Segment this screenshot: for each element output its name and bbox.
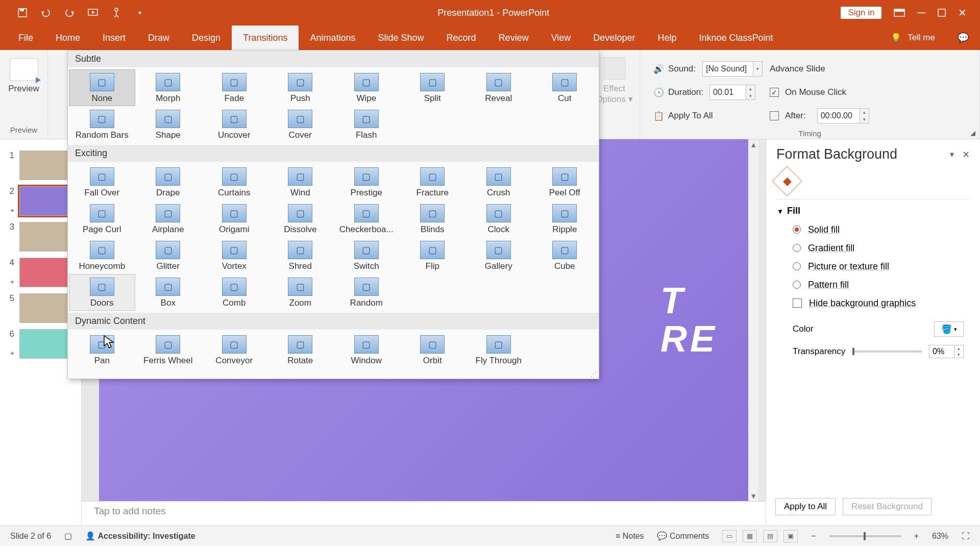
tab-developer[interactable]: Developer xyxy=(582,26,646,50)
sorter-view-icon[interactable]: ▦ xyxy=(743,530,757,542)
ribbon-display-icon[interactable] xyxy=(894,9,905,17)
duration-spinner[interactable]: ▴▾ xyxy=(746,85,755,100)
tab-view[interactable]: View xyxy=(540,26,582,50)
transparency-spinner[interactable]: ▴▾ xyxy=(954,345,964,358)
transition-page-curl[interactable]: ▢Page Curl xyxy=(69,201,135,237)
fill-color-picker[interactable]: 🪣▾ xyxy=(934,321,964,337)
transition-prestige[interactable]: ▢Prestige xyxy=(333,164,400,201)
transition-curtains[interactable]: ▢Curtains xyxy=(201,164,267,201)
notes-toggle[interactable]: ≡ Notes xyxy=(616,532,644,541)
fill-option-pattern-fill[interactable]: Pattern fill xyxy=(793,276,968,294)
slideshow-view-icon[interactable]: ▣ xyxy=(783,530,798,542)
transition-wipe[interactable]: ▢Wipe xyxy=(333,69,400,106)
transition-uncover[interactable]: ▢Uncover xyxy=(201,106,267,143)
transition-switch[interactable]: ▢Switch xyxy=(333,237,400,274)
normal-view-icon[interactable]: ▭ xyxy=(722,530,737,542)
transition-drape[interactable]: ▢Drape xyxy=(135,164,202,201)
section-icon[interactable]: ▢ xyxy=(64,531,72,541)
scroll-down-icon[interactable]: ▾ xyxy=(748,491,758,501)
transition-shape[interactable]: ▢Shape xyxy=(135,106,202,143)
close-icon[interactable]: ✕ xyxy=(958,7,967,19)
zoom-in-icon[interactable]: + xyxy=(914,532,919,541)
transition-blinds[interactable]: ▢Blinds xyxy=(400,201,466,237)
gallery-resize-handle[interactable]: ⋰ xyxy=(68,370,599,379)
transition-split[interactable]: ▢Split xyxy=(400,69,466,106)
after-time-spinner[interactable]: ▴▾ xyxy=(860,108,869,123)
undo-icon[interactable] xyxy=(40,7,52,19)
tab-draw[interactable]: Draw xyxy=(137,26,181,50)
effect-options-icon[interactable] xyxy=(603,57,626,80)
fit-to-window-icon[interactable]: ⛶ xyxy=(962,532,970,541)
transition-cut[interactable]: ▢Cut xyxy=(532,69,598,106)
transition-orbit[interactable]: ▢Orbit xyxy=(400,332,466,368)
transition-conveyor[interactable]: ▢Conveyor xyxy=(201,332,267,368)
zoom-out-icon[interactable]: − xyxy=(811,532,816,541)
preview-icon[interactable] xyxy=(10,58,38,81)
apply-to-all-button[interactable]: 📋 Apply To All xyxy=(653,111,713,121)
transition-shred[interactable]: ▢Shred xyxy=(267,237,334,274)
fill-option-picture-or-texture-fill[interactable]: Picture or texture fill xyxy=(793,257,968,276)
transitions-gallery[interactable]: Subtle▢None▢Morph▢Fade▢Push▢Wipe▢Split▢R… xyxy=(67,50,599,379)
transition-box[interactable]: ▢Box xyxy=(135,274,202,311)
after-checkbox[interactable] xyxy=(770,111,779,120)
minimize-icon[interactable]: ─ xyxy=(917,6,925,19)
transition-reveal[interactable]: ▢Reveal xyxy=(465,69,532,106)
sign-in-button[interactable]: Sign in xyxy=(841,7,881,19)
transition-ferris-wheel[interactable]: ▢Ferris Wheel xyxy=(135,332,202,368)
transition-fly-through[interactable]: ▢Fly Through xyxy=(465,332,532,368)
tab-inknoe-classpoint[interactable]: Inknoe ClassPoint xyxy=(688,26,784,50)
zoom-level[interactable]: 63% xyxy=(932,532,948,541)
maximize-icon[interactable] xyxy=(938,9,946,17)
save-icon[interactable] xyxy=(16,7,29,19)
transition-doors[interactable]: ▢Doors xyxy=(69,274,135,311)
apply-to-all-button[interactable]: Apply to All xyxy=(775,498,836,515)
touch-mode-icon[interactable] xyxy=(110,7,122,19)
tab-animations[interactable]: Animations xyxy=(299,26,366,50)
fill-section-header[interactable]: ▾ Fill xyxy=(778,202,968,220)
transition-flash[interactable]: ▢Flash xyxy=(333,106,400,143)
comments-toggle[interactable]: 💬 Comments xyxy=(657,531,709,541)
transition-cover[interactable]: ▢Cover xyxy=(267,106,334,143)
sound-select[interactable]: [No Sound] xyxy=(702,61,753,77)
transition-airplane[interactable]: ▢Airplane xyxy=(135,201,202,237)
tab-record[interactable]: Record xyxy=(435,26,487,50)
transition-random-bars[interactable]: ▢Random Bars xyxy=(69,106,135,143)
scroll-up-icon[interactable]: ▴ xyxy=(748,139,758,149)
transition-pan[interactable]: ▢Pan xyxy=(69,332,135,368)
pane-close-icon[interactable]: ✕ xyxy=(962,149,970,160)
transition-fade[interactable]: ▢Fade xyxy=(201,69,267,106)
tab-slide-show[interactable]: Slide Show xyxy=(367,26,435,50)
canvas-scrollbar[interactable]: ▴ ▾ xyxy=(748,139,758,501)
notes-pane[interactable]: Tap to add notes xyxy=(82,501,766,525)
customize-qat-icon[interactable]: ▾ xyxy=(134,7,146,19)
transition-origami[interactable]: ▢Origami xyxy=(201,201,267,237)
transition-fall-over[interactable]: ▢Fall Over xyxy=(69,164,135,201)
reading-view-icon[interactable]: ▤ xyxy=(763,530,777,542)
tab-insert[interactable]: Insert xyxy=(91,26,137,50)
transition-crush[interactable]: ▢Crush xyxy=(465,164,532,201)
transition-comb[interactable]: ▢Comb xyxy=(201,274,267,311)
transparency-slider[interactable] xyxy=(852,350,922,353)
hide-bg-graphics-checkbox[interactable] xyxy=(793,298,802,308)
duration-input[interactable]: 00.01 xyxy=(709,85,746,100)
comments-pane-icon[interactable]: 💬 xyxy=(946,26,980,50)
transition-checkerboa-[interactable]: ▢Checkerboa... xyxy=(333,201,400,237)
start-slideshow-icon[interactable] xyxy=(87,7,99,19)
zoom-slider[interactable] xyxy=(829,535,901,537)
transition-vortex[interactable]: ▢Vortex xyxy=(201,237,267,274)
sound-dropdown-icon[interactable]: ▾ xyxy=(753,61,763,77)
tab-review[interactable]: Review xyxy=(487,26,540,50)
transition-cube[interactable]: ▢Cube xyxy=(532,237,598,274)
transition-ripple[interactable]: ▢Ripple xyxy=(532,201,598,237)
transition-honeycomb[interactable]: ▢Honeycomb xyxy=(69,237,135,274)
fill-option-gradient-fill[interactable]: Gradient fill xyxy=(793,239,968,257)
transition-dissolve[interactable]: ▢Dissolve xyxy=(267,201,334,237)
tab-help[interactable]: Help xyxy=(646,26,688,50)
transition-window[interactable]: ▢Window xyxy=(333,332,400,368)
fill-tab-icon[interactable]: ◆ xyxy=(772,166,802,196)
transparency-input[interactable]: 0% xyxy=(929,345,954,358)
transition-clock[interactable]: ▢Clock xyxy=(465,201,532,237)
on-mouse-click-checkbox[interactable]: ✓ xyxy=(770,88,779,97)
transition-morph[interactable]: ▢Morph xyxy=(135,69,202,106)
transition-glitter[interactable]: ▢Glitter xyxy=(135,237,202,274)
